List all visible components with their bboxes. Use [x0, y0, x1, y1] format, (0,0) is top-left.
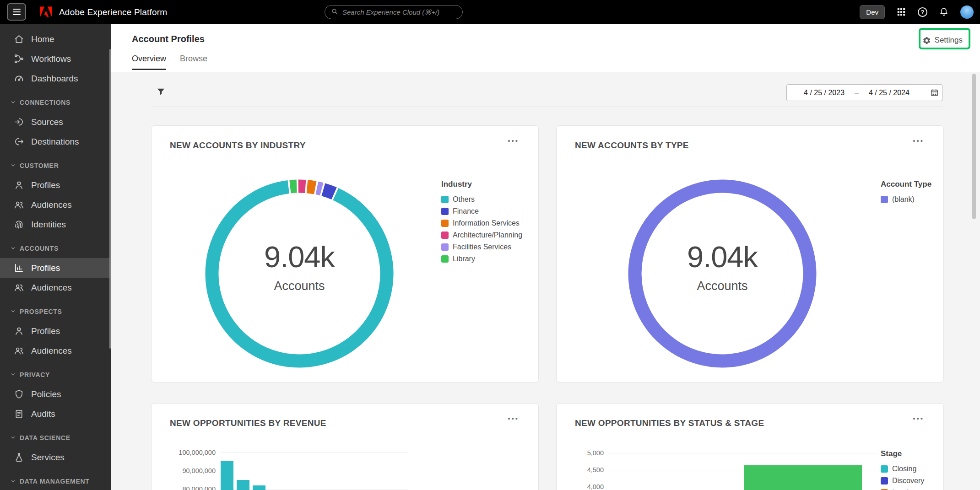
sidebar-item-label: Audiences [31, 200, 72, 210]
legend-item-finance[interactable]: Finance [441, 205, 522, 217]
bar-segment[interactable] [237, 480, 249, 490]
bar-segment[interactable] [744, 465, 862, 490]
chart-legend: Account Type(blank) [881, 180, 931, 205]
legend-title: Industry [441, 180, 522, 189]
sidebar-section-prospects[interactable]: PROSPECTS [0, 302, 111, 321]
sidebar-item-prospects-audiences[interactable]: Audiences [0, 341, 111, 361]
legend-title: Account Type [881, 180, 931, 189]
legend-item-inquiry[interactable]: Inquiry [881, 487, 924, 490]
card-new-opportunities-by-revenue: NEW OPPORTUNITIES BY REVENUE100,000,0009… [151, 403, 539, 490]
user-avatar[interactable] [960, 5, 974, 19]
sidebar-item-label: Audits [31, 409, 55, 419]
sidebar-item-label: Profiles [31, 263, 60, 273]
sidebar-item-label: Services [31, 452, 65, 463]
sidebar-section-label: PRIVACY [20, 371, 50, 378]
donut-segment-library [290, 186, 297, 187]
adobe-logo[interactable] [39, 6, 53, 18]
legend-swatch [881, 477, 888, 485]
legend-item-discovery[interactable]: Discovery [881, 475, 924, 487]
card-title: NEW OPPORTUNITIES BY STATUS & STAGE [575, 418, 764, 428]
sidebar-section-label: CUSTOMER [20, 162, 59, 169]
legend-item-others[interactable]: Others [441, 194, 522, 205]
more-options-icon[interactable] [913, 137, 924, 145]
sidebar-section-label: PROSPECTS [20, 308, 62, 315]
sidebar-section-accounts[interactable]: ACCOUNTS [0, 238, 111, 258]
notifications-bell-icon[interactable] [939, 7, 949, 17]
chevron-down-icon [10, 308, 16, 315]
legend-swatch [441, 255, 449, 263]
legend-label: Discovery [892, 477, 924, 485]
sidebar-item-customer-audiences[interactable]: Audiences [0, 195, 111, 215]
sidebar-section-label: ACCOUNTS [20, 245, 59, 252]
sidebar-item-label: Audiences [31, 283, 72, 293]
audiences-icon [14, 282, 24, 293]
sidebar-item-home[interactable]: Home [0, 29, 111, 49]
main-content: Account Profiles OverviewBrowse Settings… [111, 24, 980, 490]
environment-badge[interactable]: Dev [860, 5, 885, 19]
y-axis-tick-label: 90,000,000 [152, 467, 216, 474]
bar-segment[interactable] [253, 485, 265, 490]
sidebar-item-customer-identities[interactable]: Identities [0, 215, 111, 234]
audits-icon [14, 409, 24, 419]
sidebar-item-accounts-profiles[interactable]: Profiles [0, 258, 111, 278]
sidebar-item-dashboards[interactable]: Dashboards [0, 69, 111, 88]
more-options-icon[interactable] [508, 137, 519, 145]
sidebar-item-workflows[interactable]: Workflows [0, 49, 111, 69]
legend-swatch [881, 465, 888, 473]
sidebar-item-label: Profiles [31, 180, 60, 190]
gridline [221, 452, 408, 453]
card-new-accounts-by-industry: NEW ACCOUNTS BY INDUSTRY9.04kAccountsInd… [151, 125, 539, 382]
chevron-down-icon [10, 434, 16, 441]
audiences-icon [14, 199, 24, 210]
sidebar-item-prospects-profiles[interactable]: Profiles [0, 321, 111, 341]
sidebar-item-label: Policies [31, 389, 61, 399]
legend-item-blank[interactable]: (blank) [881, 194, 931, 205]
legend-label: Finance [453, 207, 479, 215]
legend-swatch [441, 196, 449, 203]
bar-chart-icon [14, 263, 24, 273]
menu-icon[interactable] [7, 3, 26, 21]
y-axis-tick-label: 80,000,000 [152, 485, 216, 490]
sidebar-section-data-management[interactable]: DATA MANAGEMENT [0, 471, 111, 490]
sidebar-item-label: Home [31, 34, 54, 44]
chevron-down-icon [10, 371, 16, 378]
sidebar-scrollbar[interactable] [109, 49, 111, 349]
legend-item-closing[interactable]: Closing [881, 463, 924, 475]
sidebar-item-privacy-audits[interactable]: Audits [0, 404, 111, 424]
legend-item-information-services[interactable]: Information Services [441, 217, 522, 229]
chevron-down-icon [10, 99, 16, 106]
sidebar-section-label: DATA SCIENCE [20, 434, 70, 442]
sidebar-section-customer[interactable]: CUSTOMER [0, 156, 111, 175]
donut-center-value: 9.04k [264, 240, 335, 274]
user-profile-icon [14, 326, 24, 336]
chevron-down-icon [10, 162, 16, 169]
card-new-accounts-by-type: NEW ACCOUNTS BY TYPE9.04kAccountsAccount… [556, 125, 944, 382]
legend-item-facilities-services[interactable]: Facilities Services [441, 241, 522, 253]
sidebar-section-data-science[interactable]: DATA SCIENCE [0, 428, 111, 447]
chevron-down-icon [10, 245, 16, 252]
sidebar-item-data-science-services[interactable]: Services [0, 447, 111, 467]
help-icon[interactable] [918, 7, 927, 17]
search-input[interactable] [342, 8, 456, 16]
legend-label: (blank) [892, 195, 915, 204]
sidebar-section-connections[interactable]: CONNECTIONS [0, 92, 111, 112]
legend-label: Others [453, 195, 475, 204]
more-options-icon[interactable] [508, 415, 519, 422]
legend-item-architecture-planning[interactable]: Architecture/Planning [441, 229, 522, 241]
y-axis-tick-label: 100,000,000 [152, 449, 216, 456]
bar-segment[interactable] [221, 461, 233, 490]
sidebar-item-connections-destinations[interactable]: Destinations [0, 132, 111, 151]
vertical-scrollbar[interactable] [972, 74, 976, 219]
sidebar-item-label: Dashboards [31, 74, 78, 84]
sidebar-item-label: Workflows [31, 54, 71, 64]
legend-label: Facilities Services [453, 243, 511, 251]
more-options-icon[interactable] [913, 415, 924, 422]
sidebar-item-accounts-audiences[interactable]: Audiences [0, 278, 111, 297]
apps-grid-icon[interactable] [896, 7, 906, 17]
sidebar-item-privacy-policies[interactable]: Policies [0, 384, 111, 404]
sidebar-item-connections-sources[interactable]: Sources [0, 112, 111, 132]
sidebar-section-privacy[interactable]: PRIVACY [0, 365, 111, 384]
sidebar-item-customer-profiles[interactable]: Profiles [0, 175, 111, 195]
global-search[interactable] [325, 5, 463, 19]
legend-item-library[interactable]: Library [441, 253, 522, 265]
